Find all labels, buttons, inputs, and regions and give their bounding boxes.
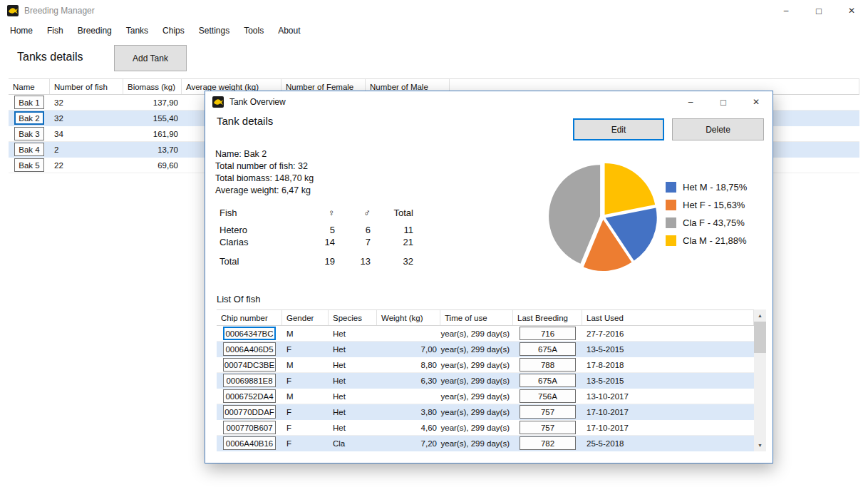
- legend-swatch: [666, 182, 676, 193]
- list-row[interactable]: 0006752DA4 M Het 2 year(s), 299 day(s) 7…: [217, 389, 754, 404]
- chip-number-button[interactable]: 000770DDAF: [223, 405, 276, 419]
- dialog-titlebar[interactable]: Tank Overview – □ ✕: [205, 91, 773, 113]
- tank-overview-dialog: Tank Overview – □ ✕ Tank details Edit De…: [205, 91, 773, 463]
- menu-tools[interactable]: Tools: [237, 21, 271, 40]
- info-total-fish: Total number of fish: 32: [215, 160, 314, 173]
- summary-male: 6: [335, 225, 371, 235]
- tank-name-button[interactable]: Bak 1: [14, 96, 44, 109]
- legend-item: Het M - 18,75%: [666, 178, 747, 196]
- main-titlebar[interactable]: Breeding Manager – □ ✕: [0, 0, 868, 21]
- cell-weight: 6,30: [377, 373, 440, 388]
- edit-button[interactable]: Edit: [573, 118, 664, 140]
- last-breeding-button[interactable]: 675A: [520, 374, 576, 387]
- menu-about[interactable]: About: [271, 21, 307, 40]
- tank-name-button[interactable]: Bak 5: [14, 158, 44, 172]
- chip-number-button[interactable]: 0006A40B16: [223, 436, 276, 450]
- minimize-icon[interactable]: –: [770, 0, 802, 21]
- col-last-used[interactable]: Last Used: [582, 310, 754, 325]
- close-icon[interactable]: ✕: [740, 91, 773, 113]
- close-icon[interactable]: ✕: [835, 0, 868, 21]
- list-row[interactable]: 000770DDAF F Het 3,80 2 year(s), 299 day…: [217, 404, 754, 420]
- cell-last-used: 13-5-2015: [582, 342, 754, 357]
- col-last-breeding[interactable]: Last Breeding: [513, 310, 582, 325]
- summary-header: Fish ♀ ♂ Total: [219, 207, 413, 219]
- scroll-up-icon[interactable]: ▲: [754, 309, 766, 322]
- cell-time-of-use: 2 year(s), 299 day(s): [440, 389, 513, 404]
- last-breeding-button[interactable]: 756A: [520, 389, 576, 403]
- maximize-icon[interactable]: □: [802, 0, 835, 21]
- info-name: Name: Bak 2: [215, 148, 314, 160]
- dialog-title: Tank Overview: [229, 97, 286, 107]
- cell-number-of-fish: 34: [50, 126, 123, 141]
- cell-gender: F: [282, 404, 329, 419]
- legend-label: Het M - 18,75%: [683, 182, 747, 193]
- chip-number-button[interactable]: 00069881E8: [223, 374, 276, 387]
- scrollbar-thumb[interactable]: [754, 322, 766, 353]
- add-tank-button[interactable]: Add Tank: [114, 45, 187, 71]
- scroll-down-icon[interactable]: ▼: [754, 439, 766, 451]
- chip-number-button[interactable]: 00074DC3BE: [223, 358, 276, 372]
- cell-gender: F: [282, 373, 329, 388]
- list-row[interactable]: 000770B607 F Het 4,60 2 year(s), 299 day…: [217, 420, 754, 436]
- chip-number-button[interactable]: 0006752DA4: [223, 389, 276, 403]
- cell-time-of-use: 2 year(s), 299 day(s): [440, 357, 513, 372]
- list-row[interactable]: 0006A406D5 F Het 7,00 2 year(s), 299 day…: [217, 342, 754, 357]
- menu-tanks[interactable]: Tanks: [119, 21, 155, 40]
- tank-name-button[interactable]: Bak 3: [14, 127, 44, 140]
- summary-species: Clarias: [219, 237, 319, 247]
- last-breeding-button[interactable]: 757: [520, 421, 576, 434]
- cell-weight: [377, 326, 440, 341]
- col-name[interactable]: Name: [9, 79, 50, 94]
- info-total-biomass: Total biomass: 148,70 kg: [215, 173, 314, 185]
- col-weight[interactable]: Weight (kg): [377, 310, 440, 325]
- col-number-of-fish[interactable]: Number of fish: [50, 79, 123, 94]
- female-icon: ♀: [319, 208, 335, 218]
- list-row[interactable]: 00069881E8 F Het 6,30 2 year(s), 299 day…: [217, 373, 754, 389]
- cell-gender: F: [282, 342, 329, 357]
- last-breeding-button[interactable]: 716: [520, 327, 576, 340]
- dialog-window-controls: – □ ✕: [674, 91, 773, 113]
- male-icon: ♂: [335, 208, 371, 218]
- summary-species: Hetero: [219, 225, 319, 235]
- last-breeding-button[interactable]: 782: [520, 436, 576, 450]
- summary-row: Clarias 14 7 21: [219, 236, 413, 248]
- window-title: Breeding Manager: [24, 6, 95, 16]
- col-chip-number[interactable]: Chip number: [217, 310, 282, 325]
- pie-legend: Het M - 18,75%Het F - 15,63%Cla F - 43,7…: [666, 178, 747, 250]
- legend-label: Cla M - 21,88%: [683, 235, 747, 246]
- list-scrollbar[interactable]: ▲ ▼: [754, 309, 766, 451]
- list-row[interactable]: 00074DC3BE M Het 8,80 2 year(s), 299 day…: [217, 357, 754, 373]
- menu-settings[interactable]: Settings: [192, 21, 237, 40]
- col-time-of-use[interactable]: Time of use: [440, 310, 513, 325]
- chip-number-button[interactable]: 000770B607: [223, 421, 276, 434]
- tank-name-button[interactable]: Bak 2: [14, 111, 44, 125]
- summary-female: 5: [319, 225, 335, 235]
- maximize-icon[interactable]: □: [707, 91, 740, 113]
- chip-number-button[interactable]: 00064347BC: [223, 327, 276, 340]
- tank-name-button[interactable]: Bak 4: [14, 143, 44, 156]
- menu-home[interactable]: Home: [3, 21, 40, 40]
- last-breeding-button[interactable]: 757: [520, 405, 576, 419]
- cell-weight: 3,80: [377, 404, 440, 419]
- col-gender[interactable]: Gender: [282, 310, 329, 325]
- last-breeding-button[interactable]: 675A: [520, 342, 576, 356]
- menu-breeding[interactable]: Breeding: [71, 21, 119, 40]
- summary-male: 7: [335, 237, 371, 247]
- col-biomass[interactable]: Biomass (kg): [123, 79, 182, 94]
- fish-summary-table: Fish ♀ ♂ Total Hetero 5 6 11 Clarias 14 …: [219, 207, 413, 267]
- minimize-icon[interactable]: –: [674, 91, 707, 113]
- col-species[interactable]: Species: [329, 310, 377, 325]
- list-row[interactable]: 0006A40B16 F Cla 7,20 2 year(s), 299 day…: [217, 436, 754, 451]
- cell-species: Het: [329, 420, 377, 435]
- summary-total-row: Total 19 13 32: [219, 255, 413, 267]
- last-breeding-button[interactable]: 788: [520, 358, 576, 372]
- legend-item: Het F - 15,63%: [666, 196, 747, 214]
- summary-total: 21: [371, 237, 413, 247]
- delete-button[interactable]: Delete: [672, 118, 764, 140]
- legend-swatch: [666, 217, 676, 228]
- list-row[interactable]: 00064347BC M Het 2 year(s), 299 day(s) 7…: [217, 326, 754, 342]
- cell-biomass: 13,70: [123, 142, 182, 157]
- menu-fish[interactable]: Fish: [40, 21, 71, 40]
- chip-number-button[interactable]: 0006A406D5: [223, 342, 276, 356]
- menu-chips[interactable]: Chips: [155, 21, 192, 40]
